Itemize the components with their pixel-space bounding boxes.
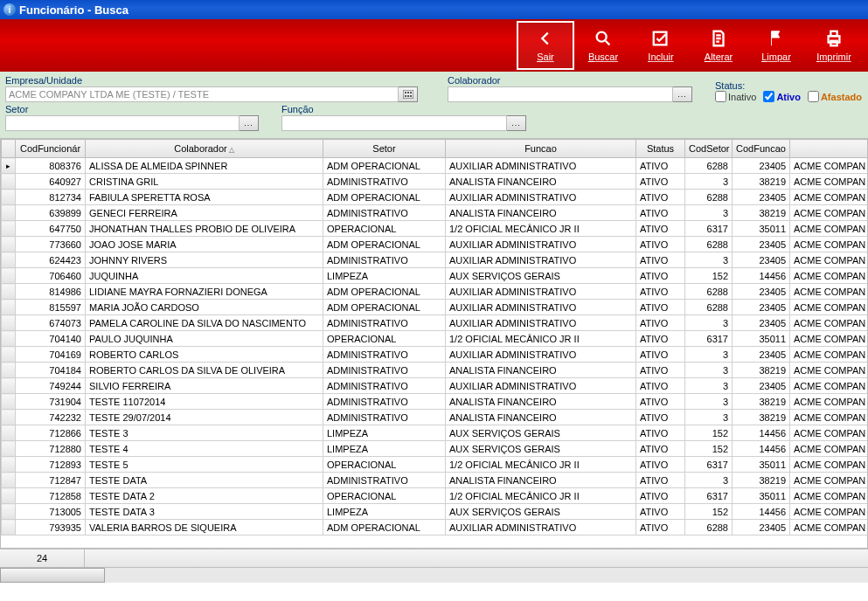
table-row[interactable]: 712880TESTE 4LIMPEZAAUX SERVIÇOS GERAISA… bbox=[2, 441, 869, 457]
cell-empresa: ACME COMPAN bbox=[790, 441, 869, 457]
table-row[interactable]: 773660JOAO JOSE MARIAADM OPERACIONALAUXI… bbox=[2, 237, 869, 252]
imprimir-button[interactable]: Imprimir bbox=[805, 21, 863, 70]
col-codsetor[interactable]: CodSetor bbox=[685, 140, 733, 158]
cell-codfuncao: 23405 bbox=[733, 284, 790, 300]
setor-field[interactable] bbox=[5, 115, 240, 131]
sair-button[interactable]: Sair bbox=[517, 21, 574, 70]
col-codfuncionario[interactable]: CodFuncionár bbox=[16, 140, 86, 158]
setor-lookup-button[interactable]: ... bbox=[240, 115, 259, 131]
table-row[interactable]: 624423JOHNNY RIVERSADMINISTRATIVOAUXILIA… bbox=[2, 252, 869, 268]
inativo-checkbox[interactable]: Inativo bbox=[715, 91, 756, 102]
cell-colaborador: JOHNNY RIVERS bbox=[86, 252, 323, 268]
cell-funcao: AUXILIAR ADMINISTRATIVO bbox=[446, 347, 636, 363]
row-indicator bbox=[2, 315, 16, 331]
table-row[interactable]: 704169ROBERTO CARLOSADMINISTRATIVOAUXILI… bbox=[2, 347, 869, 363]
cell-funcao: AUXILIAR ADMINISTRATIVO bbox=[446, 190, 636, 205]
cell-funcao: AUX SERVIÇOS GERAIS bbox=[446, 268, 636, 284]
table-row[interactable]: 704140PAULO JUQUINHAOPERACIONAL1/2 OFICI… bbox=[2, 331, 869, 347]
table-row[interactable]: 712866TESTE 3LIMPEZAAUX SERVIÇOS GERAISA… bbox=[2, 425, 869, 441]
grid[interactable]: CodFuncionár Colaborador△ Setor Funcao S… bbox=[0, 139, 868, 549]
cell-codfuncao: 23405 bbox=[733, 315, 790, 331]
table-row[interactable]: 742232TESTE 29/07/2014ADMINISTRATIVOANAL… bbox=[2, 410, 869, 425]
table-row[interactable]: 712858TESTE DATA 2OPERACIONAL1/2 OFICIAL… bbox=[2, 488, 869, 504]
buscar-button[interactable]: Buscar bbox=[574, 21, 632, 70]
cell-colaborador: TESTE 29/07/2014 bbox=[86, 410, 323, 425]
table-row[interactable]: 812734FABIULA SPERETTA ROSAADM OPERACION… bbox=[2, 190, 869, 205]
empresa-lookup-button[interactable] bbox=[399, 86, 418, 102]
cell-setor: LIMPEZA bbox=[323, 441, 446, 457]
table-row[interactable]: 749244SILVIO FERREIRAADMINISTRATIVOAUXIL… bbox=[2, 378, 869, 394]
cell-empresa: ACME COMPAN bbox=[790, 347, 869, 363]
limpar-label: Limpar bbox=[761, 52, 791, 62]
table-row[interactable]: 814986LIDIANE MAYRA FORNAZIERI DONEGAADM… bbox=[2, 284, 869, 300]
cell-setor: ADMINISTRATIVO bbox=[323, 252, 446, 268]
cell-colaborador: TESTE DATA bbox=[86, 473, 323, 488]
toolbar: Sair Buscar Incluir Alterar Limpar Impri… bbox=[0, 19, 868, 72]
incluir-button[interactable]: Incluir bbox=[632, 21, 690, 70]
col-funcao[interactable]: Funcao bbox=[446, 140, 636, 158]
table-row[interactable]: 815597MARIA JOÃO CARDOSOADM OPERACIONALA… bbox=[2, 300, 869, 315]
cell-codfuncao: 38219 bbox=[733, 174, 790, 190]
cell-codfuncao: 23405 bbox=[733, 158, 790, 174]
cell-codfuncao: 23405 bbox=[733, 520, 790, 535]
col-codfuncao[interactable]: CodFuncao bbox=[733, 140, 790, 158]
cell-codsetor: 6317 bbox=[685, 221, 733, 237]
cell-status: ATIVO bbox=[636, 473, 685, 488]
colaborador-field[interactable] bbox=[448, 86, 673, 102]
table-row[interactable]: ▸808376ALISSA DE ALMEIDA SPINNERADM OPER… bbox=[2, 158, 869, 174]
table-row[interactable]: 713005TESTE DATA 3LIMPEZAAUX SERVIÇOS GE… bbox=[2, 504, 869, 520]
cell-empresa: ACME COMPAN bbox=[790, 205, 869, 221]
search-icon bbox=[594, 29, 613, 48]
cell-colaborador: JUQUINHA bbox=[86, 268, 323, 284]
cell-cod: 793935 bbox=[16, 520, 86, 535]
table-row[interactable]: 712847TESTE DATAADMINISTRATIVOANALISTA F… bbox=[2, 473, 869, 488]
cell-cod: 731904 bbox=[16, 394, 86, 410]
cell-status: ATIVO bbox=[636, 425, 685, 441]
cell-codsetor: 6288 bbox=[685, 284, 733, 300]
afastado-checkbox[interactable]: Afastado bbox=[808, 91, 862, 102]
col-colaborador[interactable]: Colaborador△ bbox=[86, 140, 323, 158]
table-row[interactable]: 712893TESTE 5OPERACIONAL1/2 OFICIAL MECÂ… bbox=[2, 457, 869, 473]
cell-setor: ADM OPERACIONAL bbox=[323, 300, 446, 315]
table-row[interactable]: 706460JUQUINHALIMPEZAAUX SERVIÇOS GERAIS… bbox=[2, 268, 869, 284]
table-row[interactable]: 647750JHONATHAN THALLES PROBIO DE OLIVEI… bbox=[2, 221, 869, 237]
table-row[interactable]: 731904TESTE 11072014ADMINISTRATIVOANALIS… bbox=[2, 394, 869, 410]
cell-empresa: ACME COMPAN bbox=[790, 300, 869, 315]
row-indicator bbox=[2, 174, 16, 190]
colaborador-label: Colaborador bbox=[448, 75, 701, 86]
cell-cod: 712893 bbox=[16, 457, 86, 473]
row-indicator bbox=[2, 488, 16, 504]
table-row[interactable]: 674073PAMELA CAROLINE DA SILVA DO NASCIM… bbox=[2, 315, 869, 331]
cell-empresa: ACME COMPAN bbox=[790, 394, 869, 410]
funcao-field[interactable] bbox=[281, 115, 507, 131]
ativo-checkbox[interactable]: Ativo bbox=[763, 91, 801, 102]
cell-codfuncao: 23405 bbox=[733, 378, 790, 394]
cell-empresa: ACME COMPAN bbox=[790, 174, 869, 190]
cell-status: ATIVO bbox=[636, 252, 685, 268]
cell-status: ATIVO bbox=[636, 378, 685, 394]
horizontal-scrollbar[interactable] bbox=[0, 567, 868, 583]
col-empresa[interactable] bbox=[790, 140, 869, 158]
funcao-lookup-button[interactable]: ... bbox=[507, 115, 526, 131]
cell-codsetor: 6288 bbox=[685, 520, 733, 535]
scrollbar-thumb[interactable] bbox=[0, 568, 105, 583]
alterar-button[interactable]: Alterar bbox=[690, 21, 747, 70]
table-row[interactable]: 704184ROBERTO CARLOS DA SILVA DE OLIVEIR… bbox=[2, 363, 869, 378]
cell-setor: ADMINISTRATIVO bbox=[323, 410, 446, 425]
cell-cod: 712866 bbox=[16, 425, 86, 441]
limpar-button[interactable]: Limpar bbox=[747, 21, 805, 70]
empresa-field[interactable] bbox=[5, 86, 399, 102]
table-row[interactable]: 640927CRISTINA GRILADMINISTRATIVOANALIST… bbox=[2, 174, 869, 190]
row-indicator bbox=[2, 410, 16, 425]
cell-empresa: ACME COMPAN bbox=[790, 237, 869, 252]
row-count: 24 bbox=[0, 549, 85, 567]
col-status[interactable]: Status bbox=[636, 140, 685, 158]
cell-cod: 624423 bbox=[16, 252, 86, 268]
cell-cod: 812734 bbox=[16, 190, 86, 205]
table-row[interactable]: 793935VALERIA BARROS DE SIQUEIRAADM OPER… bbox=[2, 520, 869, 535]
cell-codfuncao: 38219 bbox=[733, 205, 790, 221]
colaborador-lookup-button[interactable]: ... bbox=[673, 86, 692, 102]
table-row[interactable]: 639899GENECI FERREIRAADMINISTRATIVOANALI… bbox=[2, 205, 869, 221]
cell-codsetor: 6288 bbox=[685, 158, 733, 174]
col-setor[interactable]: Setor bbox=[323, 140, 446, 158]
